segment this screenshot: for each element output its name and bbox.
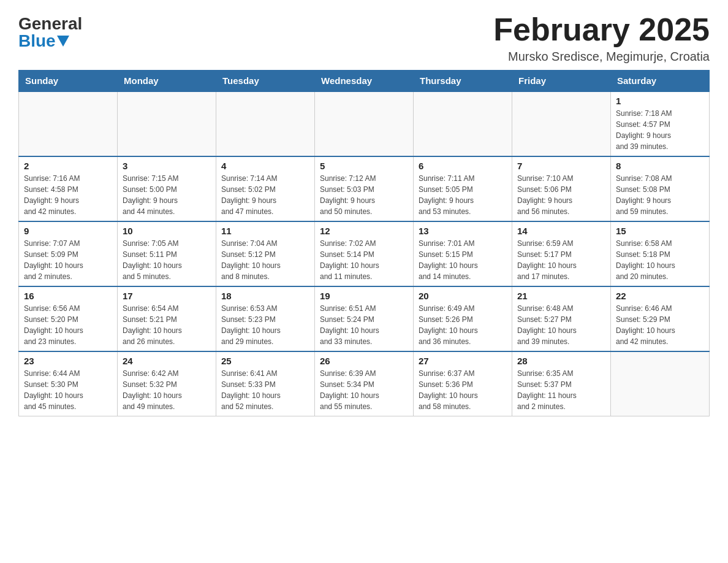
day-info: Sunrise: 7:07 AMSunset: 5:09 PMDaylight:… — [24, 238, 112, 282]
calendar-cell: 12Sunrise: 7:02 AMSunset: 5:14 PMDayligh… — [315, 221, 414, 286]
day-info: Sunrise: 6:51 AMSunset: 5:24 PMDaylight:… — [320, 303, 408, 347]
week-row-3: 9Sunrise: 7:07 AMSunset: 5:09 PMDaylight… — [19, 221, 710, 286]
day-info: Sunrise: 6:49 AMSunset: 5:26 PMDaylight:… — [419, 303, 507, 347]
location-text: Mursko Sredisce, Megimurje, Croatia — [493, 50, 710, 64]
day-info: Sunrise: 6:59 AMSunset: 5:17 PMDaylight:… — [517, 238, 605, 282]
day-number: 14 — [517, 226, 605, 236]
day-info: Sunrise: 6:58 AMSunset: 5:18 PMDaylight:… — [616, 238, 704, 282]
calendar-cell — [315, 91, 414, 156]
col-friday: Friday — [512, 71, 611, 92]
col-tuesday: Tuesday — [216, 71, 315, 92]
day-number: 1 — [616, 96, 704, 106]
day-info: Sunrise: 7:12 AMSunset: 5:03 PMDaylight:… — [320, 173, 408, 217]
calendar-cell: 26Sunrise: 6:39 AMSunset: 5:34 PMDayligh… — [315, 351, 414, 416]
calendar-cell: 16Sunrise: 6:56 AMSunset: 5:20 PMDayligh… — [19, 286, 118, 351]
day-number: 27 — [419, 356, 507, 366]
calendar-cell: 2Sunrise: 7:16 AMSunset: 4:58 PMDaylight… — [19, 156, 118, 221]
day-number: 6 — [419, 161, 507, 171]
day-info: Sunrise: 6:42 AMSunset: 5:32 PMDaylight:… — [123, 368, 211, 412]
day-info: Sunrise: 7:01 AMSunset: 5:15 PMDaylight:… — [419, 238, 507, 282]
calendar-cell: 6Sunrise: 7:11 AMSunset: 5:05 PMDaylight… — [414, 156, 512, 221]
calendar-cell: 19Sunrise: 6:51 AMSunset: 5:24 PMDayligh… — [315, 286, 414, 351]
day-number: 19 — [320, 291, 408, 301]
day-number: 5 — [320, 161, 408, 171]
logo-arrow-icon — [57, 36, 69, 48]
logo: General Blue — [18, 12, 82, 50]
month-title: February 2025 — [493, 12, 710, 47]
week-row-4: 16Sunrise: 6:56 AMSunset: 5:20 PMDayligh… — [19, 286, 710, 351]
day-number: 25 — [221, 356, 309, 366]
day-number: 2 — [24, 161, 112, 171]
day-number: 18 — [221, 291, 309, 301]
calendar-cell — [216, 91, 315, 156]
col-saturday: Saturday — [611, 71, 710, 92]
day-info: Sunrise: 6:44 AMSunset: 5:30 PMDaylight:… — [24, 368, 112, 412]
svg-marker-0 — [57, 36, 69, 47]
page-header: General Blue February 2025 Mursko Sredis… — [18, 12, 710, 64]
day-number: 22 — [616, 291, 704, 301]
logo-blue-text: Blue — [18, 33, 56, 50]
day-info: Sunrise: 6:48 AMSunset: 5:27 PMDaylight:… — [517, 303, 605, 347]
calendar-header-row: Sunday Monday Tuesday Wednesday Thursday… — [19, 71, 710, 92]
day-info: Sunrise: 7:14 AMSunset: 5:02 PMDaylight:… — [221, 173, 309, 217]
day-info: Sunrise: 6:37 AMSunset: 5:36 PMDaylight:… — [419, 368, 507, 412]
calendar-cell: 15Sunrise: 6:58 AMSunset: 5:18 PMDayligh… — [611, 221, 710, 286]
calendar-cell: 4Sunrise: 7:14 AMSunset: 5:02 PMDaylight… — [216, 156, 315, 221]
week-row-2: 2Sunrise: 7:16 AMSunset: 4:58 PMDaylight… — [19, 156, 710, 221]
col-sunday: Sunday — [19, 71, 118, 92]
day-info: Sunrise: 6:54 AMSunset: 5:21 PMDaylight:… — [123, 303, 211, 347]
day-number: 21 — [517, 291, 605, 301]
calendar-cell — [118, 91, 216, 156]
day-number: 4 — [221, 161, 309, 171]
calendar-cell — [611, 351, 710, 416]
calendar-cell: 10Sunrise: 7:05 AMSunset: 5:11 PMDayligh… — [118, 221, 216, 286]
day-info: Sunrise: 7:08 AMSunset: 5:08 PMDaylight:… — [616, 173, 704, 217]
day-info: Sunrise: 7:15 AMSunset: 5:00 PMDaylight:… — [123, 173, 211, 217]
calendar-cell: 25Sunrise: 6:41 AMSunset: 5:33 PMDayligh… — [216, 351, 315, 416]
day-info: Sunrise: 6:41 AMSunset: 5:33 PMDaylight:… — [221, 368, 309, 412]
day-number: 23 — [24, 356, 112, 366]
day-number: 9 — [24, 226, 112, 236]
day-number: 16 — [24, 291, 112, 301]
calendar-cell — [512, 91, 611, 156]
day-number: 24 — [123, 356, 211, 366]
col-wednesday: Wednesday — [315, 71, 414, 92]
calendar-cell: 17Sunrise: 6:54 AMSunset: 5:21 PMDayligh… — [118, 286, 216, 351]
day-info: Sunrise: 6:53 AMSunset: 5:23 PMDaylight:… — [221, 303, 309, 347]
calendar-cell: 20Sunrise: 6:49 AMSunset: 5:26 PMDayligh… — [414, 286, 512, 351]
calendar-cell: 8Sunrise: 7:08 AMSunset: 5:08 PMDaylight… — [611, 156, 710, 221]
day-info: Sunrise: 7:16 AMSunset: 4:58 PMDaylight:… — [24, 173, 112, 217]
day-number: 28 — [517, 356, 605, 366]
calendar-cell: 22Sunrise: 6:46 AMSunset: 5:29 PMDayligh… — [611, 286, 710, 351]
day-number: 11 — [221, 226, 309, 236]
day-number: 12 — [320, 226, 408, 236]
calendar-cell: 5Sunrise: 7:12 AMSunset: 5:03 PMDaylight… — [315, 156, 414, 221]
day-info: Sunrise: 7:10 AMSunset: 5:06 PMDaylight:… — [517, 173, 605, 217]
calendar-cell — [414, 91, 512, 156]
calendar-cell: 13Sunrise: 7:01 AMSunset: 5:15 PMDayligh… — [414, 221, 512, 286]
week-row-5: 23Sunrise: 6:44 AMSunset: 5:30 PMDayligh… — [19, 351, 710, 416]
calendar-table: Sunday Monday Tuesday Wednesday Thursday… — [18, 70, 710, 416]
title-block: February 2025 Mursko Sredisce, Megimurje… — [493, 12, 710, 64]
day-number: 3 — [123, 161, 211, 171]
calendar-cell: 7Sunrise: 7:10 AMSunset: 5:06 PMDaylight… — [512, 156, 611, 221]
calendar-cell: 11Sunrise: 7:04 AMSunset: 5:12 PMDayligh… — [216, 221, 315, 286]
logo-general-text: General — [18, 15, 82, 33]
day-info: Sunrise: 6:46 AMSunset: 5:29 PMDaylight:… — [616, 303, 704, 347]
col-thursday: Thursday — [414, 71, 512, 92]
calendar-cell: 21Sunrise: 6:48 AMSunset: 5:27 PMDayligh… — [512, 286, 611, 351]
day-info: Sunrise: 6:56 AMSunset: 5:20 PMDaylight:… — [24, 303, 112, 347]
day-number: 20 — [419, 291, 507, 301]
day-info: Sunrise: 7:18 AMSunset: 4:57 PMDaylight:… — [616, 108, 704, 152]
day-number: 13 — [419, 226, 507, 236]
day-number: 8 — [616, 161, 704, 171]
day-info: Sunrise: 6:39 AMSunset: 5:34 PMDaylight:… — [320, 368, 408, 412]
week-row-1: 1Sunrise: 7:18 AMSunset: 4:57 PMDaylight… — [19, 91, 710, 156]
day-number: 7 — [517, 161, 605, 171]
day-number: 10 — [123, 226, 211, 236]
calendar-cell: 18Sunrise: 6:53 AMSunset: 5:23 PMDayligh… — [216, 286, 315, 351]
calendar-cell: 9Sunrise: 7:07 AMSunset: 5:09 PMDaylight… — [19, 221, 118, 286]
day-info: Sunrise: 7:05 AMSunset: 5:11 PMDaylight:… — [123, 238, 211, 282]
calendar-cell: 3Sunrise: 7:15 AMSunset: 5:00 PMDaylight… — [118, 156, 216, 221]
calendar-cell: 27Sunrise: 6:37 AMSunset: 5:36 PMDayligh… — [414, 351, 512, 416]
